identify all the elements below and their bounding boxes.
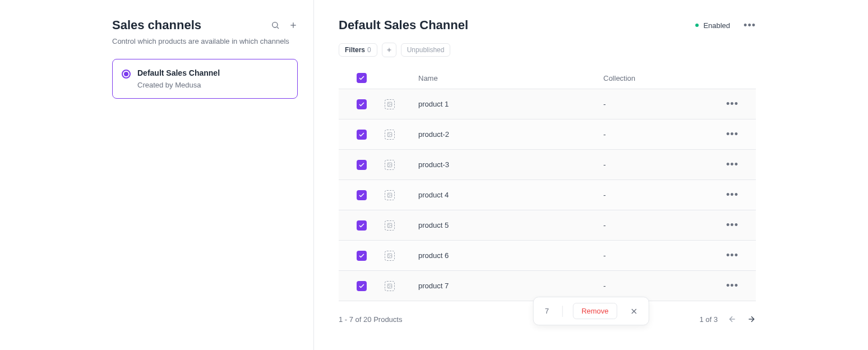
svg-point-13 [389,194,389,194]
status-text: Enabled [703,21,730,30]
product-collection: - [603,191,715,199]
image-placeholder-icon [385,281,395,291]
unpublished-chip[interactable]: Unpublished [401,43,451,57]
row-checkbox[interactable] [357,251,367,261]
image-placeholder-icon [385,99,395,109]
svg-point-15 [389,224,389,224]
product-collection: - [603,130,715,139]
product-collection: - [603,100,715,108]
table-header: Name Collection [339,67,756,89]
status-badge: Enabled [695,21,730,30]
table-row[interactable]: product 4 - ••• [339,180,756,210]
image-placeholder-icon [385,251,395,261]
svg-point-17 [389,254,389,255]
row-more-icon[interactable]: ••• [715,219,749,231]
image-placeholder-icon [385,130,395,140]
selection-toolbar: 7 Remove [533,297,649,325]
product-collection: - [603,221,715,229]
search-icon[interactable] [271,21,280,30]
svg-point-7 [389,103,389,103]
channel-name: Default Sales Channel [137,68,220,77]
product-name: product 6 [418,251,603,260]
image-placeholder-icon [385,190,395,200]
add-filter-button[interactable] [382,43,396,57]
product-name: product 5 [418,221,603,229]
svg-point-0 [273,22,278,27]
column-name: Name [418,74,603,82]
sidebar: Sales channels Control which products ar… [0,0,314,350]
more-icon[interactable]: ••• [744,20,756,31]
row-more-icon[interactable]: ••• [715,189,749,201]
pagination-summary: 1 - 7 of 20 Products [339,315,402,324]
column-collection: Collection [603,74,715,82]
svg-point-19 [389,284,389,285]
status-dot-icon [695,24,699,27]
product-name: product-2 [418,130,603,139]
table-row[interactable]: product-2 - ••• [339,119,756,150]
page-title: Default Sales Channel [339,18,468,33]
row-checkbox[interactable] [357,99,367,109]
row-more-icon[interactable]: ••• [715,250,749,261]
row-checkbox[interactable] [357,220,367,231]
product-collection: - [603,251,715,260]
row-checkbox[interactable] [357,281,367,291]
row-more-icon[interactable]: ••• [715,159,749,171]
filters-chip[interactable]: Filters 0 [339,43,377,57]
remove-button[interactable]: Remove [573,303,617,319]
filters-count: 0 [367,46,371,54]
sidebar-subtitle: Control which products are available in … [112,37,298,45]
svg-line-1 [277,27,279,29]
product-name: product 1 [418,100,603,108]
row-checkbox[interactable] [357,130,367,140]
product-name: product-3 [418,160,603,169]
row-more-icon[interactable]: ••• [715,128,749,140]
table-row[interactable]: product-3 - ••• [339,150,756,180]
page-indicator: 1 of 3 [699,315,718,324]
channel-card[interactable]: Default Sales Channel Created by Medusa [112,59,298,99]
row-checkbox[interactable] [357,160,367,170]
selection-count: 7 [542,307,552,315]
main-panel: Default Sales Channel Enabled ••• Filter… [314,0,868,350]
prev-page-icon[interactable] [728,315,737,324]
product-name: product 4 [418,191,603,199]
plus-icon[interactable] [289,21,298,30]
channel-created-by: Created by Medusa [137,81,220,89]
products-table: Name Collection product 1 - ••• product-… [339,67,756,301]
row-more-icon[interactable]: ••• [715,98,749,110]
sidebar-title: Sales channels [112,18,201,33]
product-collection: - [603,282,715,290]
product-collection: - [603,160,715,169]
svg-point-9 [389,133,389,133]
unpublished-label: Unpublished [407,46,445,54]
table-row[interactable]: product 5 - ••• [339,210,756,241]
row-more-icon[interactable]: ••• [715,280,749,292]
row-checkbox[interactable] [357,190,367,200]
divider [562,306,563,317]
filters-label: Filters [345,46,365,54]
product-name: product 7 [418,282,603,290]
next-page-icon[interactable] [747,315,756,324]
table-row[interactable]: product 6 - ••• [339,241,756,271]
close-icon[interactable] [627,307,640,316]
image-placeholder-icon [385,220,395,231]
image-placeholder-icon [385,160,395,170]
radio-selected-icon [122,70,131,79]
select-all-checkbox[interactable] [357,73,367,83]
table-row[interactable]: product 1 - ••• [339,89,756,119]
svg-point-11 [389,163,389,164]
